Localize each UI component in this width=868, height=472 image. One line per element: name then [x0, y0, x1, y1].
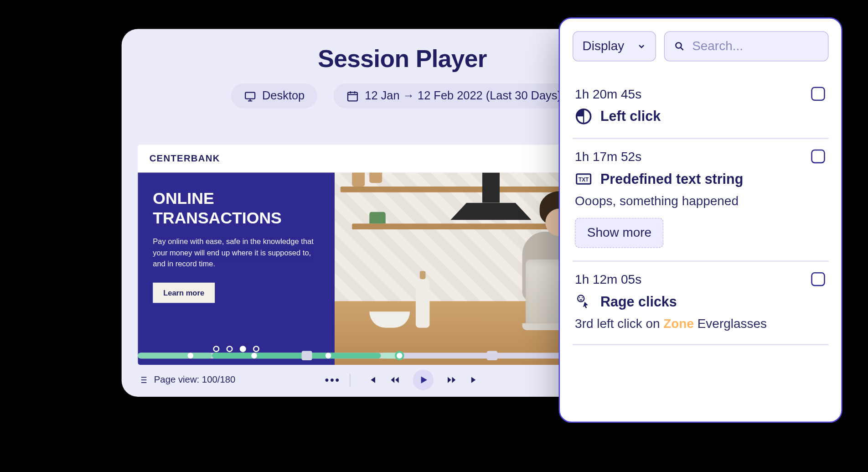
event-item[interactable]: 1h 20m 45s Left click — [573, 77, 828, 139]
event-desc-suffix: Everglasses — [694, 316, 767, 331]
carousel-dot-4[interactable] — [253, 346, 259, 352]
event-checkbox[interactable] — [811, 150, 825, 163]
more-options-button[interactable]: ••• — [325, 373, 350, 387]
learn-more-button[interactable]: Learn more — [153, 282, 215, 302]
rewind-icon[interactable] — [390, 375, 400, 385]
svg-text:TXT: TXT — [579, 176, 589, 183]
event-desc-prefix: 3rd left click on — [575, 316, 663, 331]
fast-forward-icon[interactable] — [446, 375, 457, 385]
page-view-indicator[interactable]: Page view: 100/180 — [138, 375, 235, 385]
text-string-icon: TXT — [575, 170, 592, 187]
hero-title-line2: TRANSACTIONS — [153, 209, 282, 227]
svg-rect-0 — [245, 92, 255, 99]
svg-rect-1 — [348, 92, 357, 101]
event-title: Left click — [600, 108, 661, 124]
display-filter-dropdown[interactable]: Display — [573, 31, 656, 62]
display-filter-label: Display — [583, 39, 625, 54]
event-title: Predefined text string — [600, 171, 743, 187]
events-search-input[interactable] — [692, 39, 819, 54]
carousel-dot-3[interactable] — [240, 346, 246, 352]
event-description: Ooops, something happened — [575, 193, 826, 208]
device-chip[interactable]: Desktop — [231, 83, 317, 109]
play-icon — [418, 375, 429, 385]
event-time: 1h 17m 52s — [575, 150, 826, 165]
hero-title: ONLINE TRANSACTIONS — [153, 189, 320, 228]
events-panel: Display 1h 20m 45s Left click 1h 17m 52s — [559, 17, 842, 423]
event-description: 3rd left click on Zone Everglasses — [575, 316, 826, 331]
svg-point-6 — [578, 295, 584, 301]
recorded-site-brand: CENTERBANK — [150, 154, 220, 164]
carousel-dot-2[interactable] — [227, 346, 233, 352]
event-title: Rage clicks — [600, 294, 677, 310]
play-button[interactable] — [413, 369, 434, 390]
event-item[interactable]: 1h 17m 52s TXT Predefined text string Oo… — [573, 139, 828, 262]
hero-left-panel: ONLINE TRANSACTIONS Pay online with ease… — [138, 172, 335, 365]
page-view-label: Page view: 100/180 — [154, 375, 235, 385]
calendar-icon — [346, 89, 359, 102]
hero-body-text: Pay online with ease, safe in the knowle… — [153, 236, 320, 270]
hero-title-line1: ONLINE — [153, 189, 214, 207]
chevron-down-icon — [637, 41, 646, 51]
event-desc-zone: Zone — [663, 316, 694, 331]
rage-click-icon — [575, 293, 592, 311]
device-chip-label: Desktop — [262, 89, 305, 103]
event-item[interactable]: 1h 12m 05s Rage clicks 3rd left click on… — [573, 262, 828, 345]
event-list: 1h 20m 45s Left click 1h 17m 52s TXT Pre… — [573, 77, 828, 345]
events-search[interactable] — [664, 31, 829, 62]
left-click-icon — [575, 108, 592, 125]
event-time: 1h 20m 45s — [575, 87, 826, 102]
list-icon — [138, 375, 148, 385]
event-checkbox[interactable] — [811, 272, 825, 286]
date-range-label: 12 Jan → 12 Feb 2022 (Last 30 Days) — [365, 89, 561, 103]
skip-forward-icon[interactable] — [470, 375, 480, 385]
event-time: 1h 12m 05s — [575, 272, 826, 287]
carousel-dot-1[interactable] — [213, 346, 219, 352]
search-icon — [674, 40, 685, 53]
desktop-icon — [243, 89, 256, 102]
event-checkbox[interactable] — [811, 87, 825, 101]
show-more-button[interactable]: Show more — [575, 218, 664, 248]
skip-back-icon[interactable] — [367, 375, 377, 385]
date-range-chip[interactable]: 12 Jan → 12 Feb 2022 (Last 30 Days) — [334, 83, 574, 109]
svg-point-2 — [676, 42, 682, 48]
